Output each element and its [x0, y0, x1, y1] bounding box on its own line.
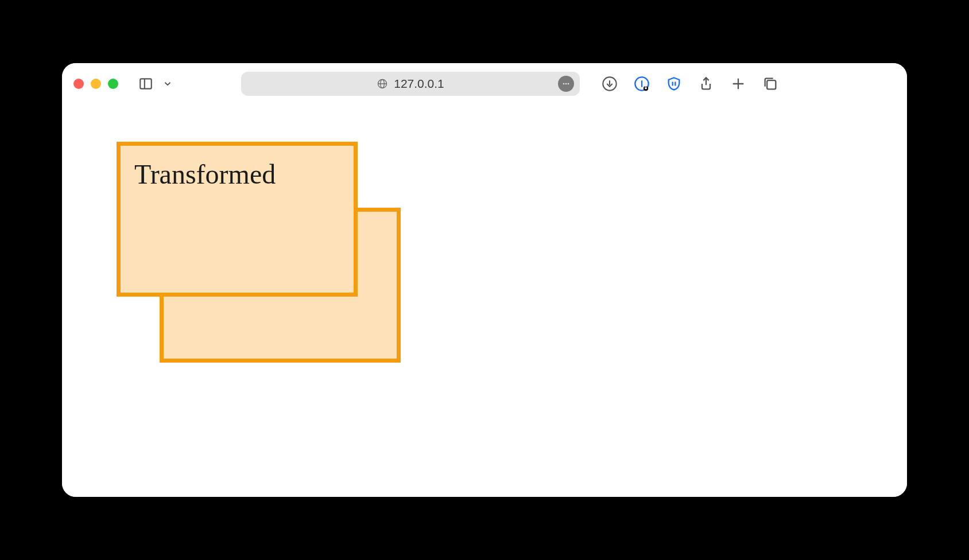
browser-window: 127.0.0.1 [62, 63, 907, 497]
address-url-text: 127.0.0.1 [394, 77, 444, 91]
transformed-box: Transformed [117, 142, 358, 297]
svg-point-6 [565, 83, 567, 85]
sidebar-controls [138, 76, 176, 92]
tab-overview-button[interactable] [762, 76, 778, 92]
toolbar-right-icons [602, 76, 778, 92]
more-options-badge[interactable] [558, 76, 574, 92]
svg-point-7 [568, 83, 569, 85]
downloads-button[interactable] [602, 76, 618, 92]
window-controls [73, 79, 118, 89]
page-content: Transformed [62, 104, 907, 497]
svg-rect-0 [140, 79, 152, 88]
share-button[interactable] [698, 76, 714, 92]
svg-rect-13 [645, 87, 647, 89]
sidebar-toggle-button[interactable] [138, 76, 154, 92]
svg-rect-18 [767, 80, 776, 89]
tab-group-dropdown[interactable] [160, 76, 176, 92]
maximize-window-button[interactable] [108, 79, 118, 89]
address-bar[interactable]: 127.0.0.1 [241, 72, 580, 96]
extension-onepassword-icon[interactable] [634, 76, 650, 92]
browser-toolbar: 127.0.0.1 [62, 63, 907, 104]
extension-shield-icon[interactable] [666, 76, 682, 92]
minimize-window-button[interactable] [91, 79, 101, 89]
new-tab-button[interactable] [730, 76, 746, 92]
close-window-button[interactable] [73, 79, 84, 89]
transformed-box-label: Transformed [134, 158, 340, 190]
globe-icon [377, 78, 388, 90]
svg-point-5 [563, 83, 565, 85]
